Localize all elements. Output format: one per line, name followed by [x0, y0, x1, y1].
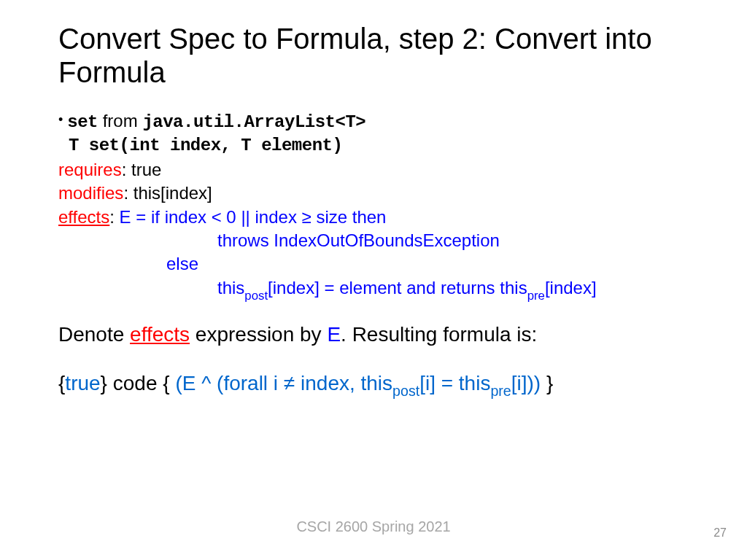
effects-line-2: throws IndexOutOfBoundsException	[58, 229, 689, 252]
denote-line: Denote effects expression by E. Resultin…	[58, 322, 689, 348]
footer-course: CSCI 2600 Spring 2021	[0, 518, 747, 535]
effects-sep: :	[109, 207, 119, 227]
effects-sub-post: post	[244, 289, 268, 303]
denote-c: expression by	[190, 323, 327, 346]
effects-label: effects	[58, 207, 109, 227]
bullet-line-1: • set from java.util.ArrayList<T>	[58, 109, 689, 134]
modifies-sep: :	[123, 183, 133, 203]
effects-line-3: else	[58, 252, 689, 276]
page-number: 27	[713, 526, 727, 540]
formula-i: }	[541, 372, 553, 394]
code-set: set	[67, 112, 98, 132]
code-signature: T set(int index, T element)	[58, 134, 689, 158]
formula-sub-post: post	[392, 383, 419, 399]
requires-sep: :	[122, 160, 131, 179]
slide-title: Convert Spec to Formula, step 2: Convert…	[58, 22, 689, 89]
modifies-label: modifies	[58, 183, 123, 203]
formula-sub-pre: pre	[490, 383, 511, 399]
formula-line: {true} code { (E ^ (forall i ≠ index, th…	[58, 370, 689, 400]
modifies-value: this[index]	[133, 183, 212, 203]
text-from: from	[98, 111, 142, 131]
effects-line-1: effects: E = if index < 0 || index ≥ siz…	[58, 206, 689, 229]
effects-line-4: thispost[index] = element and returns th…	[58, 276, 689, 303]
effects-seg4a: this	[217, 278, 244, 298]
denote-e: . Resulting formula is:	[341, 323, 537, 346]
slide-body: • set from java.util.ArrayList<T> T set(…	[58, 109, 689, 400]
formula-f: [i] = this	[419, 372, 490, 394]
effects-seg4c: [index] = element and returns this	[268, 278, 527, 298]
formula-true: true	[65, 372, 100, 394]
formula-h: [i]))	[511, 372, 541, 394]
effects-seg4e: [index]	[545, 278, 597, 298]
formula-c: } code {	[101, 372, 176, 394]
requires-value: true	[131, 160, 161, 179]
slide: Convert Spec to Formula, step 2: Convert…	[0, 0, 747, 400]
bullet-dot-icon: •	[58, 109, 63, 131]
denote-effects: effects	[130, 323, 190, 346]
requires-label: requires	[58, 160, 122, 179]
formula-d: (E ^ (forall i ≠ index, this	[175, 372, 392, 394]
formula-a: {	[58, 372, 65, 394]
code-class: java.util.ArrayList<T>	[142, 112, 365, 132]
effects-sub-pre: pre	[527, 289, 545, 303]
denote-a: Denote	[58, 323, 130, 346]
modifies-line: modifies: this[index]	[58, 182, 689, 205]
effects-seg1: E = if index < 0 || index ≥ size then	[120, 207, 387, 227]
denote-E: E	[327, 323, 341, 346]
requires-line: requires: true	[58, 158, 689, 182]
